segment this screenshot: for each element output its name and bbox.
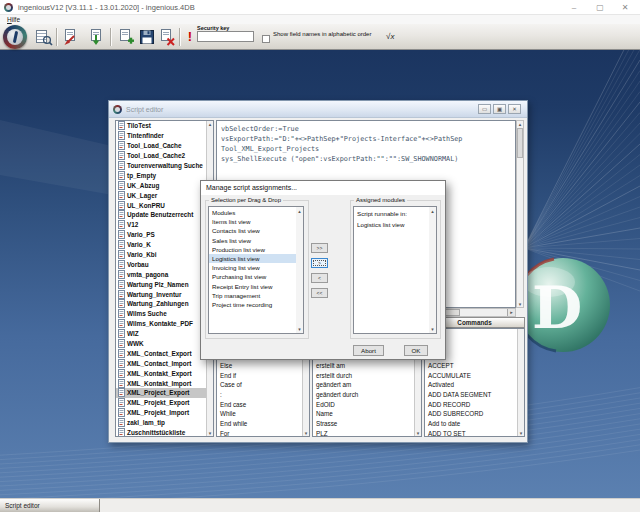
command-item[interactable]: ADD TO SET (425, 429, 517, 436)
alphabetic-order-checkbox[interactable] (262, 35, 270, 43)
script-list-item[interactable]: WWK (116, 339, 206, 349)
script-list-item[interactable]: XML_Contact_Import (116, 358, 206, 368)
assigned-list-item[interactable]: Script runnable in: (354, 208, 429, 219)
transfer-button[interactable]: >> (311, 243, 328, 253)
ok-button[interactable]: OK (404, 345, 428, 356)
selection-list-item[interactable]: Invoicing list view (209, 263, 296, 272)
script-list-item[interactable]: UK_Lager (116, 190, 206, 200)
field-item[interactable]: geändert durch (313, 390, 414, 400)
transfer-button[interactable]: > (311, 258, 328, 268)
selection-list-item[interactable]: Sales list view (209, 236, 296, 245)
script-list-item[interactable]: Wartung Plz_Namen (116, 279, 206, 289)
scroll-down-icon[interactable]: ▾ (207, 430, 213, 436)
command-item[interactable]: ACCUMULATE (425, 371, 517, 381)
dialog-titlebar[interactable]: Manage script assignments... (201, 181, 445, 195)
import-script-button[interactable] (86, 27, 106, 47)
selection-list-item[interactable]: Purchasing list view (209, 272, 296, 281)
script-list-item[interactable]: WIZ (116, 329, 206, 339)
scroll-down-icon[interactable]: ▾ (517, 301, 523, 307)
scroll-up-icon[interactable]: ▴ (207, 121, 213, 127)
script-list-item[interactable]: XML_Kontakt_Import (116, 378, 206, 388)
transfer-button[interactable]: << (311, 288, 328, 298)
selection-list-item[interactable]: Production list view (209, 245, 296, 254)
taskbar-tab-script-editor[interactable]: Script editor (0, 499, 100, 512)
script-list-item[interactable]: XML_Kontakt_Export (116, 368, 206, 378)
keyword-item[interactable]: End if (217, 371, 302, 381)
command-item[interactable]: ADD DATA SEGMENT (425, 390, 517, 400)
script-list-item[interactable]: Vorbau (116, 259, 206, 269)
field-item[interactable]: PLZ (313, 429, 414, 436)
script-list-item[interactable]: Wartung_Inventur (116, 289, 206, 299)
formula-icon[interactable]: √x (386, 32, 394, 41)
script-list-item[interactable]: Tintenfinder (116, 131, 206, 141)
command-item[interactable]: Add to date (425, 419, 517, 429)
command-item[interactable]: Activated (425, 380, 517, 390)
keyword-item[interactable]: End while (217, 419, 302, 429)
new-script-button[interactable] (116, 27, 136, 47)
script-list-item[interactable]: Update Benutzerrecht (116, 210, 206, 220)
assigned-list-item[interactable]: Logistics list view (354, 219, 429, 230)
keyword-item[interactable]: : (217, 390, 302, 400)
script-editor-titlebar[interactable]: Script editor (109, 101, 527, 118)
scroll-up-icon[interactable]: ▴ (517, 121, 523, 127)
script-list-item[interactable]: Wilms Suche (116, 309, 206, 319)
script-list-item[interactable]: UK_Abzug (116, 180, 206, 190)
script-list-item[interactable]: UL_KonPRU (116, 200, 206, 210)
selection-list-item[interactable]: Trip management (209, 291, 296, 300)
scroll-up-icon[interactable]: ▴ (296, 208, 303, 214)
keyword-item[interactable]: For (217, 429, 302, 436)
save-button[interactable] (137, 27, 157, 47)
scroll-down-icon[interactable]: ▾ (303, 430, 309, 436)
field-item[interactable]: geändert am (313, 380, 414, 390)
child-close-button[interactable]: ✕ (508, 104, 521, 114)
field-item[interactable]: Name (313, 409, 414, 419)
keyword-item[interactable]: Case of (217, 380, 302, 390)
script-list-item[interactable]: Zuschnittstückliste (116, 428, 206, 437)
field-item[interactable]: erstellt durch (313, 371, 414, 381)
script-list-item[interactable]: XML_Projekt_Export (116, 398, 206, 408)
script-list-item[interactable]: Wilms_Kontakte_PDF (116, 319, 206, 329)
abort-button[interactable]: Abort (353, 345, 384, 356)
minimize-button[interactable]: – (562, 0, 586, 15)
script-list-item[interactable]: zakl_lam_tip (116, 418, 206, 428)
script-list-item[interactable]: XML_Project_Export (116, 388, 206, 398)
code-vertical-scrollbar[interactable]: ▴ ▾ (516, 120, 524, 308)
field-item[interactable]: EdOID (313, 400, 414, 410)
scroll-down-icon[interactable]: ▾ (429, 326, 436, 332)
delete-script-button[interactable] (157, 27, 177, 47)
selection-list-item[interactable]: Logistics list view (209, 254, 296, 263)
keyword-item[interactable]: While (217, 409, 302, 419)
script-list-item[interactable]: XML_Projekt_Import (116, 408, 206, 418)
child-maximize-button[interactable]: ▣ (493, 104, 506, 114)
scroll-up-icon[interactable]: ▴ (429, 208, 436, 214)
command-item[interactable]: ADD RECORD (425, 400, 517, 410)
selection-list-item[interactable]: Items list view (209, 217, 296, 226)
script-list-item[interactable]: TiloTest (116, 121, 206, 131)
scroll-right-icon[interactable]: ▸ (507, 309, 515, 316)
script-list-item[interactable]: Tool_Load_Cache2 (116, 151, 206, 161)
script-list-item[interactable]: XML_Contact_Export (116, 348, 206, 358)
scroll-down-icon[interactable]: ▾ (415, 430, 421, 436)
execute-script-button[interactable]: ! (183, 27, 197, 47)
script-list-item[interactable]: tp_Empty (116, 170, 206, 180)
browse-records-button[interactable] (34, 27, 54, 47)
script-list-item[interactable]: Vario_K (116, 240, 206, 250)
selection-list-item[interactable]: Contacts list view (209, 226, 296, 235)
keyword-item[interactable]: Else (217, 361, 302, 371)
script-list-item[interactable]: vmta_pagona (116, 269, 206, 279)
script-list-item[interactable]: Wartung_Zahlungen (116, 299, 206, 309)
command-item[interactable]: ADD SUBRECORD (425, 409, 517, 419)
selection-list-item[interactable]: Project time recording (209, 300, 296, 309)
script-list-item[interactable]: Tool_Load_Cache (116, 141, 206, 151)
keyword-item[interactable]: End case (217, 400, 302, 410)
security-key-input[interactable] (197, 31, 254, 42)
script-list-item[interactable]: Vario_Kbi (116, 250, 206, 260)
command-item[interactable]: ACCEPT (425, 361, 517, 371)
scroll-down-icon[interactable]: ▾ (518, 430, 524, 436)
field-item[interactable]: Strasse (313, 419, 414, 429)
transfer-button[interactable]: < (311, 273, 328, 283)
close-button[interactable]: ✕ (613, 0, 637, 15)
scroll-down-icon[interactable]: ▾ (296, 326, 303, 332)
menu-hilfe[interactable]: Hilfe (7, 15, 20, 24)
selection-list-item[interactable]: Modules (209, 208, 296, 217)
